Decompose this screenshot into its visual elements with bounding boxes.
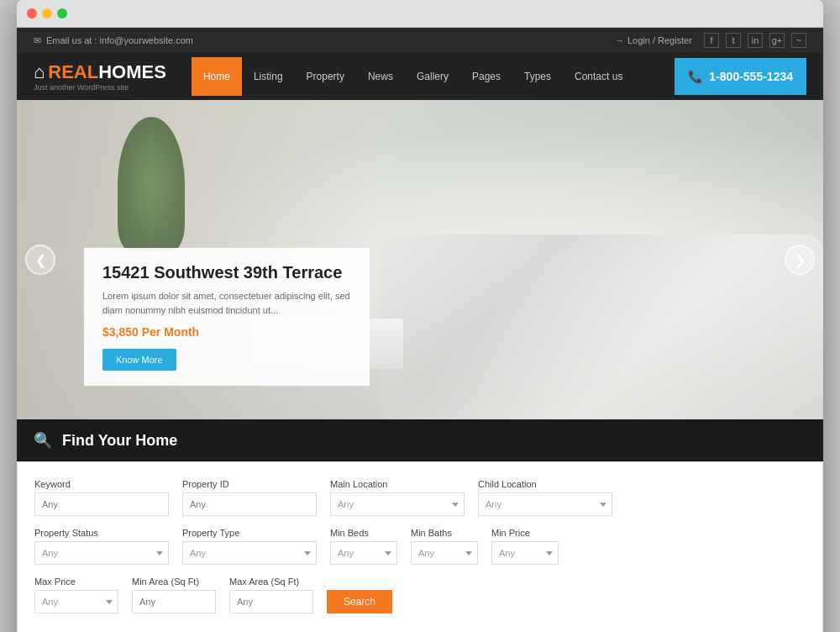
hero-section: ❮ ❯ 15421 Southwest 39th Terrace Lorem i… bbox=[17, 100, 823, 419]
search-icon: 🔍 bbox=[34, 431, 52, 450]
minbeds-select[interactable]: Any bbox=[330, 541, 397, 565]
propid-field-group: Property ID bbox=[182, 479, 317, 516]
facebook-icon[interactable]: f bbox=[704, 33, 719, 48]
logo-homes: HOMES bbox=[98, 61, 166, 82]
proptype-field-group: Property Type Any bbox=[182, 528, 317, 565]
minbeds-label: Min Beds bbox=[330, 528, 397, 538]
nav-item-news[interactable]: News bbox=[356, 57, 405, 96]
login-label: Login / Register bbox=[627, 35, 692, 45]
twitter-icon[interactable]: t bbox=[726, 33, 741, 48]
mainloc-select[interactable]: Any bbox=[330, 492, 465, 516]
search-row-1: Keyword Property ID Main Location Any bbox=[34, 479, 806, 516]
minprice-field-group: Min Price Any bbox=[491, 528, 559, 565]
search-title: Find Your Home bbox=[62, 432, 177, 450]
nav-item-gallery[interactable]: Gallery bbox=[405, 57, 460, 96]
minprice-select[interactable]: Any bbox=[491, 541, 559, 565]
propstatus-field-group: Property Status Any bbox=[34, 528, 169, 565]
chevron-right-icon: ❯ bbox=[795, 252, 806, 268]
hero-next-button[interactable]: ❯ bbox=[785, 245, 815, 275]
nav-item-home[interactable]: Home bbox=[192, 57, 242, 96]
top-bar-right: → Login / Register f t in g+ ~ bbox=[615, 33, 806, 48]
keyword-input[interactable] bbox=[34, 492, 169, 516]
logo-brand: REALHOMES bbox=[48, 61, 166, 83]
nav-item-property[interactable]: Property bbox=[295, 57, 356, 96]
minbaths-label: Min Baths bbox=[411, 528, 478, 538]
login-link[interactable]: → Login / Register bbox=[615, 35, 692, 45]
nav-menu: Home Listing Property News Gallery Pages… bbox=[192, 57, 675, 96]
maxprice-select[interactable]: Any bbox=[34, 590, 118, 614]
propstatus-select[interactable]: Any bbox=[34, 541, 169, 565]
email-text: Email us at : info@yourwebsite.com bbox=[46, 35, 193, 45]
hero-plant-decor bbox=[118, 117, 185, 251]
property-title: 15421 Southwest 39th Terrace bbox=[102, 263, 351, 282]
logo-text: ⌂ REALHOMES bbox=[34, 61, 166, 83]
maxprice-field-group: Max Price Any bbox=[34, 577, 118, 614]
top-bar: ✉ Email us at : info@yourwebsite.com → L… bbox=[17, 28, 823, 53]
maxprice-label: Max Price bbox=[34, 577, 118, 587]
phone-button[interactable]: 📞 1-800-555-1234 bbox=[675, 58, 806, 95]
hero-couch-decor bbox=[380, 234, 823, 419]
proptype-select[interactable]: Any bbox=[182, 541, 317, 565]
minbeds-field-group: Min Beds Any bbox=[330, 528, 397, 565]
property-price: $3,850 Per Month bbox=[102, 325, 351, 339]
mainloc-field-group: Main Location Any bbox=[330, 479, 465, 516]
browser-chrome bbox=[17, 0, 823, 28]
maxarea-input[interactable] bbox=[229, 590, 313, 614]
search-row-3: Max Price Any Min Area (Sq Ft) Max Area … bbox=[34, 577, 806, 614]
propid-label: Property ID bbox=[182, 479, 317, 489]
nav-item-types[interactable]: Types bbox=[512, 57, 563, 96]
linkedin-icon[interactable]: in bbox=[748, 33, 763, 48]
minprice-label: Min Price bbox=[491, 528, 559, 538]
browser-window: ✉ Email us at : info@yourwebsite.com → L… bbox=[17, 0, 823, 632]
nav-bar: ⌂ REALHOMES Just another WordPress site … bbox=[17, 53, 823, 100]
minbaths-field-group: Min Baths Any bbox=[411, 528, 478, 565]
search-form: Keyword Property ID Main Location Any bbox=[17, 461, 823, 632]
googleplus-icon[interactable]: g+ bbox=[769, 33, 785, 48]
childloc-label: Child Location bbox=[478, 479, 612, 489]
social-icons: f t in g+ ~ bbox=[704, 33, 806, 48]
chevron-left-icon: ❮ bbox=[35, 252, 46, 268]
email-icon: ✉ bbox=[34, 35, 41, 46]
logo-area: ⌂ REALHOMES Just another WordPress site bbox=[34, 53, 166, 100]
minarea-input[interactable] bbox=[132, 590, 216, 614]
mainloc-label: Main Location bbox=[330, 479, 465, 489]
maxarea-field-group: Max Area (Sq Ft) bbox=[229, 577, 313, 614]
childloc-field-group: Child Location Any bbox=[478, 479, 612, 516]
nav-item-pages[interactable]: Pages bbox=[460, 57, 512, 96]
search-row-2: Property Status Any Property Type Any Mi… bbox=[34, 528, 806, 565]
minbaths-select[interactable]: Any bbox=[411, 541, 478, 565]
maximize-dot[interactable] bbox=[57, 8, 67, 18]
know-more-button[interactable]: Know More bbox=[102, 349, 176, 371]
childloc-select[interactable]: Any bbox=[478, 492, 612, 516]
minarea-label: Min Area (Sq Ft) bbox=[132, 577, 216, 587]
minarea-field-group: Min Area (Sq Ft) bbox=[132, 577, 216, 614]
rss-icon[interactable]: ~ bbox=[791, 33, 806, 48]
hero-prev-button[interactable]: ❮ bbox=[25, 245, 55, 275]
logo-house-icon: ⌂ bbox=[34, 61, 45, 83]
phone-number: 1-800-555-1234 bbox=[709, 70, 793, 83]
phone-icon: 📞 bbox=[688, 70, 702, 83]
property-description: Lorem ipsum dolor sit amet, consectetuer… bbox=[102, 289, 351, 317]
search-section: 🔍 Find Your Home Keyword Property ID Mai… bbox=[17, 419, 823, 632]
keyword-field-group: Keyword bbox=[34, 479, 169, 516]
site-wrapper: ✉ Email us at : info@yourwebsite.com → L… bbox=[17, 28, 823, 632]
close-dot[interactable] bbox=[27, 8, 37, 18]
search-button[interactable]: Search bbox=[327, 590, 392, 614]
maxarea-label: Max Area (Sq Ft) bbox=[229, 577, 313, 587]
login-icon: → bbox=[615, 35, 624, 45]
nav-item-listing[interactable]: Listing bbox=[242, 57, 295, 96]
minimize-dot[interactable] bbox=[42, 8, 52, 18]
keyword-label: Keyword bbox=[34, 479, 169, 489]
email-area: ✉ Email us at : info@yourwebsite.com bbox=[34, 35, 193, 46]
propid-input[interactable] bbox=[182, 492, 317, 516]
logo-real: REAL bbox=[48, 61, 98, 82]
search-header: 🔍 Find Your Home bbox=[17, 419, 823, 461]
proptype-label: Property Type bbox=[182, 528, 317, 538]
logo-tagline: Just another WordPress site bbox=[34, 83, 166, 92]
propstatus-label: Property Status bbox=[34, 528, 169, 538]
property-card: 15421 Southwest 39th Terrace Lorem ipsum… bbox=[84, 248, 370, 386]
nav-item-contact[interactable]: Contact us bbox=[563, 57, 634, 96]
